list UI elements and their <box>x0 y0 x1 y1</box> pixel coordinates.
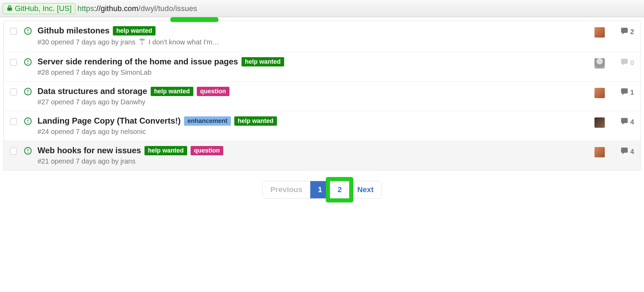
issue-label[interactable]: help wanted <box>113 26 155 35</box>
issue-meta: #30 opened 7 days ago by jrans <box>37 38 136 46</box>
pagination-page-1[interactable]: 1 <box>310 181 330 198</box>
ev-ssl-text: GitHub, Inc. [US] <box>15 4 72 13</box>
issue-checkbox-cell <box>10 26 24 36</box>
avatar <box>594 147 605 157</box>
issue-meta: #21 opened 7 days ago by jrans <box>37 157 136 165</box>
issue-assignee[interactable] <box>589 26 610 38</box>
issue-meta: #28 opened 7 days ago by SimonLab <box>37 69 151 76</box>
open-issue-icon <box>24 57 37 67</box>
issue-main: Landing Page Copy (That Converts!) enhan… <box>37 116 589 136</box>
avatar <box>594 88 605 98</box>
lock-icon <box>7 4 13 13</box>
issue-checkbox[interactable] <box>10 28 17 35</box>
issue-checkbox-cell <box>10 86 24 97</box>
issue-main: Data structures and storage help wantedq… <box>37 86 589 106</box>
issue-comments[interactable]: 2 <box>610 26 634 36</box>
issue-label[interactable]: help wanted <box>242 57 284 66</box>
issue-row[interactable]: Github milestones help wanted#30 opened … <box>4 21 640 52</box>
issue-assignee[interactable] <box>589 57 610 69</box>
comment-count: 1 <box>630 88 634 96</box>
issue-comments[interactable]: 1 <box>610 86 634 97</box>
issues-list: Github milestones help wanted#30 opened … <box>3 21 641 170</box>
issue-checkbox[interactable] <box>10 118 17 125</box>
browser-address-bar: GitHub, Inc. [US] https://github.com/dwy… <box>0 0 644 17</box>
avatar <box>594 27 605 38</box>
issue-meta: #27 opened 7 days ago by Danwhy <box>37 98 146 106</box>
issue-checkbox[interactable] <box>10 59 17 66</box>
avatar <box>594 117 605 128</box>
svg-point-5 <box>28 63 29 64</box>
comment-icon <box>621 27 628 36</box>
issue-title-link[interactable]: Github milestones <box>37 26 109 35</box>
issue-checkbox-cell <box>10 116 24 126</box>
issue-label[interactable]: question <box>191 146 223 155</box>
issue-main: Server side rendering of the home and is… <box>37 57 589 76</box>
pagination-next[interactable]: Next <box>350 181 381 198</box>
issue-checkbox-cell <box>10 146 24 156</box>
issue-assignee[interactable] <box>589 146 610 157</box>
issue-label[interactable]: help wanted <box>144 146 187 155</box>
svg-point-14 <box>28 152 29 153</box>
comment-icon <box>621 88 628 97</box>
issue-checkbox[interactable] <box>10 88 17 95</box>
pagination-page-2[interactable]: 2 <box>330 181 350 198</box>
issue-comments[interactable]: 0 <box>610 57 634 67</box>
comment-count: 4 <box>630 148 634 156</box>
svg-point-8 <box>28 93 29 94</box>
issue-assignee[interactable] <box>589 116 610 128</box>
issue-label[interactable]: enhancement <box>184 116 231 126</box>
issue-checkbox[interactable] <box>10 148 17 155</box>
svg-point-2 <box>28 32 29 33</box>
comment-count: 4 <box>630 118 634 126</box>
pagination-group: Previous 1 2 Next <box>262 181 382 199</box>
open-issue-icon <box>24 86 37 97</box>
issue-row[interactable]: Web hooks for new issues help wantedques… <box>4 140 640 170</box>
comment-icon <box>621 147 628 156</box>
issue-title-link[interactable]: Landing Page Copy (That Converts!) <box>37 116 181 126</box>
open-issue-icon <box>24 116 37 127</box>
issue-meta: #24 opened 7 days ago by nelsonic <box>37 128 146 136</box>
issue-checkbox-cell <box>10 57 24 67</box>
issue-comments[interactable]: 4 <box>610 116 634 126</box>
issue-row[interactable]: Server side rendering of the home and is… <box>4 52 640 81</box>
issue-title-link[interactable]: Server side rendering of the home and is… <box>37 57 238 66</box>
comment-icon <box>621 117 628 126</box>
pagination: Previous 1 2 Next <box>0 181 644 199</box>
issue-title-link[interactable]: Web hooks for new issues <box>37 146 141 155</box>
pagination-page-2-label: 2 <box>337 185 342 194</box>
issue-label[interactable]: question <box>197 87 229 96</box>
issue-main: Web hooks for new issues help wantedques… <box>37 146 589 165</box>
milestone-icon <box>139 38 145 47</box>
url-host: ://github.com <box>94 4 139 13</box>
svg-point-11 <box>28 122 29 123</box>
url-display[interactable]: https://github.com/dwyl/tudo/issues <box>77 4 197 13</box>
open-issue-icon <box>24 26 37 36</box>
issue-row[interactable]: Data structures and storage help wantedq… <box>4 81 640 111</box>
url-proto: https <box>77 4 94 13</box>
comment-icon <box>621 58 628 67</box>
comment-count: 2 <box>630 28 634 36</box>
ev-ssl-badge: GitHub, Inc. [US] <box>3 3 75 14</box>
issue-row[interactable]: Landing Page Copy (That Converts!) enhan… <box>4 111 640 140</box>
comment-count: 0 <box>630 59 634 67</box>
issue-title-link[interactable]: Data structures and storage <box>37 86 147 96</box>
issue-label[interactable]: help wanted <box>151 87 193 96</box>
pagination-prev: Previous <box>263 181 310 198</box>
open-issue-icon <box>24 146 37 156</box>
issue-milestone[interactable]: I don't know what I'm… <box>149 38 219 46</box>
issue-assignee[interactable] <box>589 86 610 98</box>
issue-comments[interactable]: 4 <box>610 146 634 156</box>
url-path: /dwyl/tudo/issues <box>138 4 197 13</box>
issue-main: Github milestones help wanted#30 opened … <box>37 26 589 47</box>
issue-label[interactable]: help wanted <box>234 116 277 126</box>
avatar <box>594 58 605 69</box>
